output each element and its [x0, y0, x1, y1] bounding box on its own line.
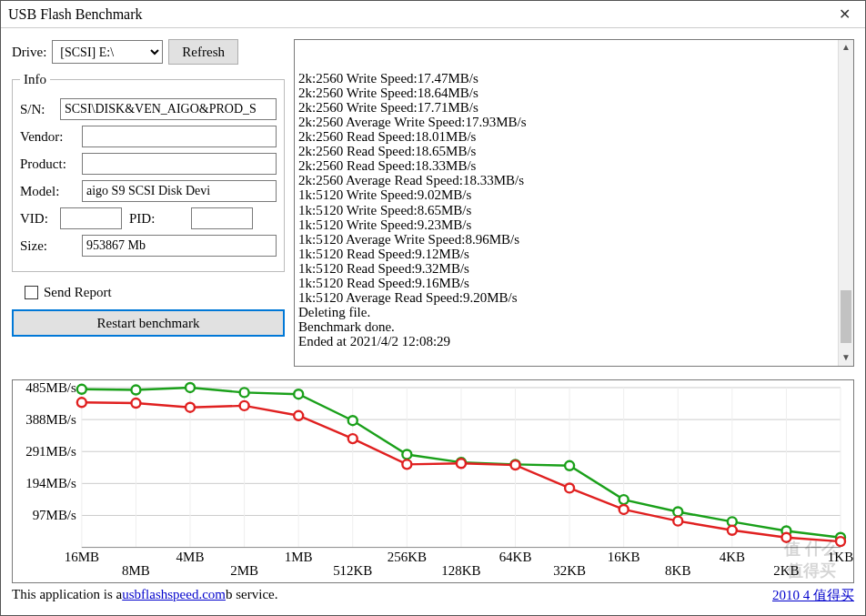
- svg-point-61: [402, 459, 411, 469]
- checkbox-icon: [25, 286, 38, 299]
- svg-point-43: [240, 388, 249, 397]
- scroll-thumb[interactable]: [841, 290, 851, 343]
- svg-point-68: [781, 533, 790, 542]
- product-label: Product:: [20, 157, 78, 172]
- drive-select[interactable]: [SCSI] E:\: [52, 40, 163, 64]
- vendor-label: Vendor:: [20, 129, 78, 145]
- product-field[interactable]: [82, 153, 277, 175]
- svg-text:2MB: 2MB: [230, 563, 258, 578]
- svg-point-64: [565, 483, 574, 492]
- svg-point-40: [77, 385, 86, 394]
- chart-svg: 97MB/s194MB/s291MB/s388MB/s485MB/s16MB8M…: [13, 380, 853, 584]
- svg-text:8KB: 8KB: [665, 563, 690, 578]
- svg-point-67: [728, 526, 737, 535]
- close-icon[interactable]: ✕: [823, 1, 865, 27]
- drive-label: Drive:: [12, 45, 46, 60]
- svg-text:194MB/s: 194MB/s: [25, 476, 76, 490]
- svg-point-60: [348, 434, 357, 443]
- svg-point-66: [673, 517, 682, 526]
- window-title: USB Flash Benchmark: [1, 6, 823, 23]
- svg-text:1MB: 1MB: [285, 550, 313, 564]
- svg-point-63: [511, 460, 520, 470]
- svg-text:2KB: 2KB: [773, 563, 799, 578]
- svg-point-50: [619, 495, 629, 504]
- vid-field[interactable]: [60, 207, 122, 229]
- model-field[interactable]: [82, 180, 277, 202]
- refresh-button[interactable]: Refresh: [168, 39, 238, 65]
- size-field[interactable]: [82, 235, 277, 257]
- svg-point-49: [565, 461, 574, 470]
- svg-text:1KB: 1KB: [828, 550, 853, 564]
- titlebar: USB Flash Benchmark ✕: [1, 1, 865, 28]
- svg-text:64KB: 64KB: [499, 550, 532, 564]
- footer-link2[interactable]: 2010 4 值得买: [772, 587, 854, 604]
- svg-text:16KB: 16KB: [608, 550, 640, 564]
- vendor-field[interactable]: [82, 126, 277, 147]
- svg-text:256KB: 256KB: [388, 550, 427, 564]
- restart-benchmark-button[interactable]: Restart benchmark: [12, 309, 285, 337]
- svg-point-58: [240, 401, 249, 410]
- footer-mid: b service.: [226, 587, 277, 604]
- log-output[interactable]: 2k:2560 Write Speed:17.47MB/s 2k:2560 Wr…: [294, 39, 854, 367]
- sn-field[interactable]: [60, 98, 277, 120]
- svg-point-42: [186, 383, 195, 392]
- sn-label: S/N:: [20, 102, 56, 117]
- svg-point-57: [186, 403, 195, 412]
- info-legend: Info: [20, 72, 50, 87]
- model-label: Model:: [20, 184, 78, 199]
- scrollbar[interactable]: ▲ ▼: [838, 40, 853, 366]
- scroll-up-icon[interactable]: ▲: [839, 40, 853, 56]
- svg-point-45: [348, 416, 357, 425]
- log-text: 2k:2560 Write Speed:17.47MB/s 2k:2560 Wr…: [298, 71, 850, 348]
- svg-text:291MB/s: 291MB/s: [25, 444, 76, 459]
- svg-text:4MB: 4MB: [176, 550, 205, 564]
- svg-text:16MB: 16MB: [65, 550, 99, 564]
- footer: This application is a usbflashspeed.com …: [12, 587, 854, 604]
- svg-text:32KB: 32KB: [553, 563, 586, 578]
- svg-text:485MB/s: 485MB/s: [25, 380, 76, 395]
- svg-point-69: [836, 537, 845, 546]
- pid-field[interactable]: [191, 207, 253, 229]
- svg-text:128KB: 128KB: [441, 563, 480, 578]
- svg-text:8MB: 8MB: [122, 563, 150, 578]
- svg-point-46: [402, 450, 411, 459]
- pid-label: PID:: [129, 211, 187, 227]
- size-label: Size:: [20, 238, 78, 254]
- svg-text:512KB: 512KB: [333, 563, 372, 578]
- scroll-down-icon[interactable]: ▼: [839, 350, 853, 366]
- svg-point-59: [294, 411, 303, 420]
- svg-text:4KB: 4KB: [720, 550, 745, 564]
- svg-point-55: [77, 398, 86, 407]
- svg-point-51: [673, 508, 682, 517]
- svg-text:388MB/s: 388MB/s: [25, 412, 76, 427]
- footer-link[interactable]: usbflashspeed.com: [122, 587, 226, 604]
- footer-pre: This application is a: [12, 587, 122, 604]
- send-report-checkbox[interactable]: Send Report: [25, 285, 285, 300]
- svg-point-44: [294, 389, 303, 399]
- svg-text:97MB/s: 97MB/s: [33, 508, 76, 522]
- svg-point-56: [131, 399, 140, 408]
- vid-label: VID:: [20, 211, 56, 227]
- svg-point-65: [619, 505, 629, 514]
- benchmark-chart: 97MB/s194MB/s291MB/s388MB/s485MB/s16MB8M…: [12, 379, 854, 583]
- send-report-label: Send Report: [44, 285, 112, 300]
- svg-point-62: [457, 459, 466, 468]
- info-group: Info S/N: Vendor: Product: Model:: [12, 72, 285, 272]
- svg-point-41: [131, 386, 140, 395]
